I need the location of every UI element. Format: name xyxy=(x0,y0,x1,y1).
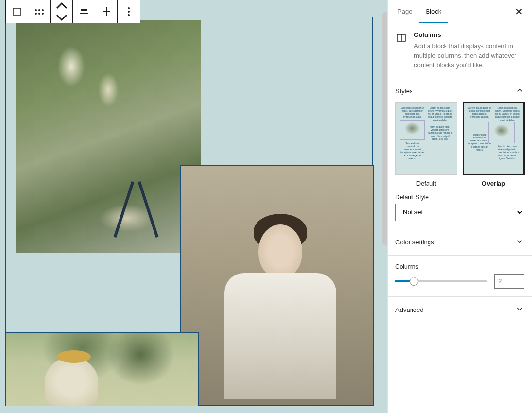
thumb-text: Lorem ipsum dolor sit amet, consectetuer… xyxy=(467,106,492,119)
panel-advanced-toggle[interactable]: Advanced xyxy=(395,305,524,315)
image-garden[interactable] xyxy=(16,20,201,253)
drag-handle-icon[interactable] xyxy=(28,0,51,23)
default-style-label: Default Style xyxy=(395,194,524,201)
panel-color-title: Color settings xyxy=(395,239,434,246)
thumb-text: Nam in diam nulla, viverra dignissim con… xyxy=(428,125,452,140)
chevron-down-icon xyxy=(515,237,524,247)
image-picnic[interactable] xyxy=(5,332,199,406)
settings-sidebar: Page Block ✕ Columns Add a block that di… xyxy=(387,0,532,413)
move-up-down-icon[interactable] xyxy=(51,0,73,23)
block-card: Columns Add a block that displays conten… xyxy=(388,23,532,78)
panel-styles-title: Styles xyxy=(395,87,412,95)
svg-rect-2 xyxy=(81,9,87,11)
panel-styles: Styles Lorem ipsum dolor sit amet, conse… xyxy=(388,78,532,229)
thumb-text: Lorem ipsum dolor sit amet, consectetuer… xyxy=(400,106,425,119)
columns-slider[interactable] xyxy=(395,280,487,282)
editor-canvas[interactable] xyxy=(0,0,387,413)
close-sidebar-icon[interactable]: ✕ xyxy=(509,6,529,17)
thumb-text: Nam in diam nulla, viverra dignissim con… xyxy=(495,145,520,160)
chevron-down-icon xyxy=(515,305,524,315)
columns-label: Columns xyxy=(395,263,524,270)
align-icon[interactable] xyxy=(73,0,95,23)
panel-columns: Columns xyxy=(388,256,532,297)
editor-scrollbar[interactable] xyxy=(382,12,387,245)
thumb-text: Etiam sit amet erat lorem. Vivamus aliqu… xyxy=(428,106,452,121)
tab-page[interactable]: Page xyxy=(391,0,419,23)
thumb-text: Etiam sit amet erat lorem. Vivamus aliqu… xyxy=(495,106,520,121)
block-toolbar xyxy=(5,0,140,23)
panel-color-settings: Color settings xyxy=(388,229,532,256)
style-label-overlap: Overlap xyxy=(463,180,525,187)
chevron-up-icon xyxy=(515,86,524,96)
image-portrait[interactable] xyxy=(180,165,374,406)
panel-advanced-title: Advanced xyxy=(395,306,424,313)
panel-advanced: Advanced xyxy=(388,297,532,323)
style-label-default: Default xyxy=(395,180,457,187)
vertical-align-icon[interactable] xyxy=(95,0,118,23)
columns-block[interactable] xyxy=(5,17,373,405)
tab-block[interactable]: Block xyxy=(419,0,448,23)
thumb-text: Suspendisse commodo in consectetur arcu … xyxy=(400,142,425,160)
svg-rect-3 xyxy=(80,13,88,14)
default-style-select[interactable]: Not set xyxy=(395,204,524,221)
style-option-default[interactable]: Lorem ipsum dolor sit amet, consectetuer… xyxy=(395,102,457,187)
panel-color-toggle[interactable]: Color settings xyxy=(395,237,524,247)
style-option-overlap[interactable]: Lorem ipsum dolor sit amet, consectetuer… xyxy=(463,102,525,187)
panel-styles-toggle[interactable]: Styles xyxy=(395,86,524,96)
columns-input[interactable] xyxy=(494,274,524,289)
more-options-icon[interactable] xyxy=(118,0,140,23)
svg-rect-5 xyxy=(103,11,110,12)
tree-icon xyxy=(488,122,515,143)
sidebar-tabs: Page Block ✕ xyxy=(388,0,532,23)
columns-block-icon[interactable] xyxy=(6,0,28,23)
block-title: Columns xyxy=(414,31,524,38)
columns-icon xyxy=(395,32,407,70)
tree-icon xyxy=(400,120,425,140)
block-description: Add a block that displays content in mul… xyxy=(414,41,524,70)
